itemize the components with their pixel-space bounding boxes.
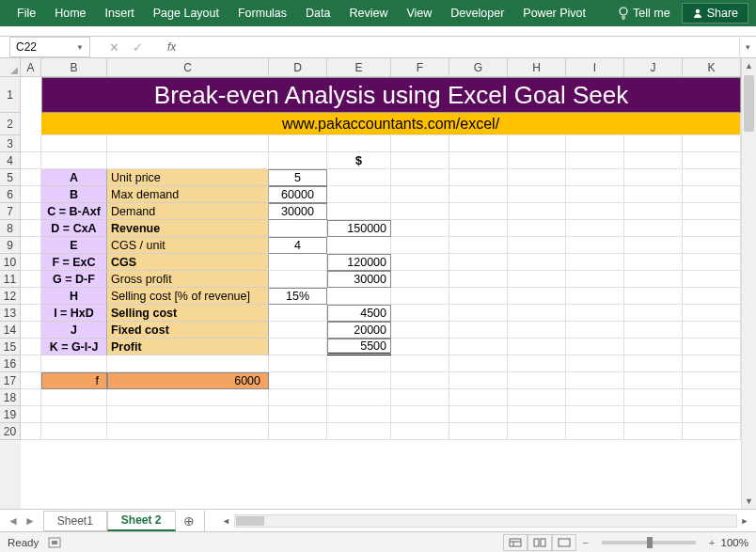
vscroll-thumb[interactable]: [744, 75, 754, 132]
row-header-6[interactable]: 6: [0, 186, 21, 203]
cell-G20[interactable]: [449, 423, 508, 440]
select-all-button[interactable]: [0, 58, 21, 77]
title-cell[interactable]: Break-even Analysis using Excel Goal See…: [41, 77, 741, 113]
label-13[interactable]: I = HxD: [41, 305, 107, 322]
row-header-13[interactable]: 13: [0, 305, 21, 322]
cell-C4[interactable]: [107, 152, 269, 169]
cell-H19[interactable]: [508, 406, 566, 423]
cell-D17[interactable]: [269, 372, 327, 389]
cell-H16[interactable]: [508, 355, 566, 372]
cell-I10[interactable]: [566, 254, 624, 271]
row-header-3[interactable]: 3: [0, 135, 21, 152]
row-header-20[interactable]: 20: [0, 423, 21, 440]
cell-H18[interactable]: [508, 389, 566, 406]
fx-icon[interactable]: fx: [167, 40, 176, 54]
cell-E19[interactable]: [327, 406, 391, 423]
cell-D13[interactable]: [269, 305, 327, 322]
row-header-2[interactable]: 2: [0, 113, 21, 135]
cell-F19[interactable]: [391, 406, 449, 423]
cell-H17[interactable]: [508, 372, 566, 389]
cell-F10[interactable]: [391, 254, 449, 271]
cell-H20[interactable]: [508, 423, 566, 440]
cell-D20[interactable]: [269, 423, 327, 440]
col-header-J[interactable]: J: [624, 58, 683, 77]
cell-J7[interactable]: [624, 203, 683, 220]
scroll-up-icon[interactable]: ▲: [742, 58, 756, 73]
cell-G6[interactable]: [449, 186, 508, 203]
vertical-scrollbar[interactable]: ▲ ▼: [741, 58, 756, 509]
desc-13[interactable]: Selling cost: [107, 305, 269, 322]
cell-H12[interactable]: [508, 288, 566, 305]
cell-J20[interactable]: [624, 423, 683, 440]
cell-D16[interactable]: [269, 355, 327, 372]
cell-G8[interactable]: [449, 220, 508, 237]
cell-K8[interactable]: [683, 220, 741, 237]
tell-me[interactable]: Tell me: [606, 7, 682, 20]
cell-F11[interactable]: [391, 271, 449, 288]
cell-J9[interactable]: [624, 237, 683, 254]
ribbon-tab-file[interactable]: File: [8, 0, 45, 26]
cell-K9[interactable]: [683, 237, 741, 254]
cancel-icon[interactable]: ✕: [109, 40, 119, 55]
cell-J15[interactable]: [624, 339, 683, 355]
valD-6[interactable]: 60000: [269, 186, 327, 203]
desc-6[interactable]: Max demand: [107, 186, 269, 203]
label-5[interactable]: A: [41, 169, 107, 186]
cell-F15[interactable]: [391, 339, 449, 355]
f-label[interactable]: f: [41, 372, 107, 389]
cells-area[interactable]: Break-even Analysis using Excel Goal See…: [21, 77, 741, 509]
cell-C18[interactable]: [107, 389, 269, 406]
row-header-1[interactable]: 1: [0, 77, 21, 113]
cell-G15[interactable]: [449, 339, 508, 355]
spreadsheet-grid[interactable]: ABCDEFGHIJK 1234567891011121314151617181…: [0, 58, 756, 509]
cell-E20[interactable]: [327, 423, 391, 440]
cell-G16[interactable]: [449, 355, 508, 372]
cell-G14[interactable]: [449, 322, 508, 339]
cell-A4[interactable]: [21, 152, 41, 169]
cell-G7[interactable]: [449, 203, 508, 220]
cell-G11[interactable]: [449, 271, 508, 288]
dollar-header[interactable]: $: [327, 152, 391, 169]
cell-J18[interactable]: [624, 389, 683, 406]
desc-11[interactable]: Gross profit: [107, 271, 269, 288]
cell-J19[interactable]: [624, 406, 683, 423]
ribbon-tab-view[interactable]: View: [397, 0, 441, 26]
ribbon-tab-formulas[interactable]: Formulas: [228, 0, 296, 26]
desc-7[interactable]: Demand: [107, 203, 269, 220]
view-pagelayout-button[interactable]: [528, 534, 552, 551]
cell-F17[interactable]: [391, 372, 449, 389]
cell-H10[interactable]: [508, 254, 566, 271]
cell-G10[interactable]: [449, 254, 508, 271]
cell-E5[interactable]: [327, 169, 391, 186]
cell-I12[interactable]: [566, 288, 624, 305]
cell-A13[interactable]: [21, 305, 41, 322]
zoom-out-button[interactable]: −: [582, 537, 589, 548]
ribbon-tab-pagelayout[interactable]: Page Layout: [144, 0, 228, 26]
cell-K19[interactable]: [683, 406, 741, 423]
view-normal-button[interactable]: [503, 534, 528, 551]
label-14[interactable]: J: [41, 322, 107, 339]
cell-K16[interactable]: [683, 355, 741, 372]
cell-C16[interactable]: [107, 355, 269, 372]
cell-A12[interactable]: [21, 288, 41, 305]
cell-F3[interactable]: [391, 135, 449, 152]
cell-A11[interactable]: [21, 271, 41, 288]
row-header-12[interactable]: 12: [0, 288, 21, 305]
col-header-G[interactable]: G: [449, 58, 508, 77]
ribbon-tab-review[interactable]: Review: [339, 0, 397, 26]
cell-E12[interactable]: [327, 288, 391, 305]
cell-G5[interactable]: [449, 169, 508, 186]
cell-K10[interactable]: [683, 254, 741, 271]
cell-C19[interactable]: [107, 406, 269, 423]
cell-H5[interactable]: [508, 169, 566, 186]
cell-G4[interactable]: [449, 152, 508, 169]
cell-D4[interactable]: [269, 152, 327, 169]
cell-J5[interactable]: [624, 169, 683, 186]
cell-E3[interactable]: [327, 135, 391, 152]
row-header-4[interactable]: 4: [0, 152, 21, 169]
cell-E16[interactable]: [327, 355, 391, 372]
cell-G12[interactable]: [449, 288, 508, 305]
cell-K6[interactable]: [683, 186, 741, 203]
cell-H9[interactable]: [508, 237, 566, 254]
label-10[interactable]: F = ExC: [41, 254, 107, 271]
